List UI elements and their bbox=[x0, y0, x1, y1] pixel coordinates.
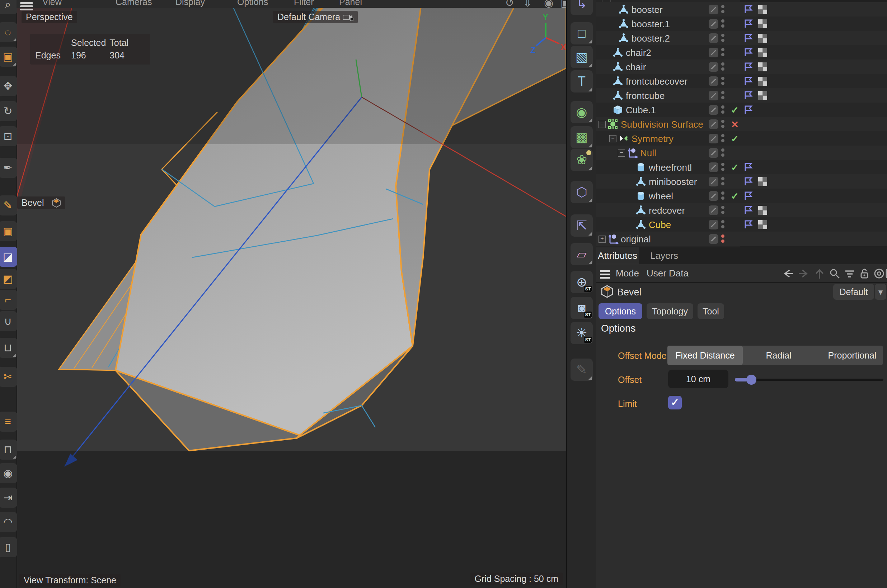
pen-tool[interactable]: ✒ bbox=[0, 158, 17, 178]
edit-toggle-icon[interactable] bbox=[709, 134, 719, 143]
object-row-minibooster[interactable]: minibooster bbox=[596, 174, 887, 189]
object-name[interactable]: original bbox=[621, 234, 651, 245]
edit-toggle-icon[interactable] bbox=[709, 119, 719, 129]
visibility-render-dot[interactable] bbox=[721, 68, 725, 70]
offset-mode-fixed-distance[interactable]: Fixed Distance bbox=[668, 346, 743, 365]
knife-tool[interactable]: ✂ bbox=[0, 367, 17, 387]
object-name[interactable]: redcover bbox=[649, 205, 685, 216]
weld-tool[interactable]: ◉ bbox=[0, 463, 17, 483]
frame-down-icon[interactable]: ⇩ bbox=[523, 0, 532, 8]
phong-tag-icon[interactable] bbox=[743, 62, 753, 72]
offset-mode-proportional[interactable]: Proportional bbox=[822, 346, 883, 365]
object-name[interactable]: wheel bbox=[649, 191, 673, 202]
object-name[interactable]: chair bbox=[626, 62, 646, 73]
preset-default-button[interactable]: Default bbox=[833, 284, 874, 300]
object-row-null[interactable]: −Null bbox=[596, 146, 887, 160]
collapse-toggle[interactable]: − bbox=[609, 135, 616, 142]
edit-toggle-icon[interactable] bbox=[709, 91, 719, 100]
reset-view-icon[interactable]: ↺ bbox=[505, 0, 514, 8]
phong-tag-icon[interactable] bbox=[743, 76, 753, 86]
visibility-render-dot[interactable] bbox=[721, 139, 725, 142]
object-row-chair[interactable]: chair bbox=[596, 60, 887, 74]
edit-toggle-icon[interactable] bbox=[709, 62, 719, 72]
expand-toggle[interactable]: + bbox=[598, 236, 606, 243]
visibility-editor-dot[interactable] bbox=[721, 206, 725, 209]
viewport-menu-icon[interactable] bbox=[20, 1, 33, 12]
visibility-render-dot[interactable] bbox=[721, 82, 725, 85]
tab-attributes[interactable]: Attributes bbox=[596, 248, 639, 264]
edit-toggle-icon[interactable] bbox=[709, 76, 719, 86]
visibility-render-dot[interactable] bbox=[721, 96, 725, 99]
offset-slider[interactable] bbox=[735, 378, 883, 381]
extrude-tool[interactable]: ◩ bbox=[0, 269, 17, 289]
forward-icon[interactable] bbox=[798, 268, 809, 279]
visibility-render-dot[interactable] bbox=[721, 39, 725, 42]
phong-tag-icon[interactable] bbox=[743, 19, 753, 28]
visibility-editor-dot[interactable] bbox=[721, 77, 725, 80]
object-row-chair2[interactable]: chair2 bbox=[596, 45, 887, 60]
collapse-toggle[interactable]: − bbox=[598, 121, 606, 128]
bevel-tool[interactable]: ◪ bbox=[0, 247, 17, 267]
edit-toggle-icon[interactable] bbox=[709, 4, 719, 14]
visibility-editor-dot[interactable] bbox=[721, 192, 725, 195]
offset-mode-radial[interactable]: Radial bbox=[753, 346, 804, 365]
add-volume-builder[interactable]: ▩ bbox=[571, 126, 593, 148]
object-name[interactable]: booster.2 bbox=[631, 33, 670, 44]
menu-filter[interactable]: Filter bbox=[294, 0, 314, 7]
object-row-subdivision-surface[interactable]: −Subdivision Surface✕ bbox=[596, 117, 887, 131]
edit-toggle-icon[interactable] bbox=[709, 220, 719, 230]
visibility-render-dot[interactable] bbox=[721, 182, 725, 185]
add-sky-object[interactable]: ⊕ST bbox=[571, 271, 593, 293]
extrude-inner-tool[interactable]: ⊔ bbox=[0, 338, 17, 358]
search-icon[interactable] bbox=[829, 268, 840, 279]
add-light-object[interactable]: ☀ST bbox=[571, 322, 593, 344]
phong-tag-icon[interactable] bbox=[743, 177, 753, 186]
visibility-render-dot[interactable] bbox=[721, 24, 725, 28]
visibility-editor-dot[interactable] bbox=[721, 20, 725, 22]
add-camera-object[interactable]: ◙ST bbox=[571, 297, 593, 319]
object-row-redcover[interactable]: redcover bbox=[596, 203, 887, 217]
tab-topology[interactable]: Topology bbox=[646, 303, 693, 319]
object-row-frontcube[interactable]: frontcube bbox=[596, 88, 887, 102]
offset-slider-track[interactable] bbox=[735, 379, 883, 381]
object-name[interactable]: chair2 bbox=[626, 47, 651, 58]
visibility-editor-dot[interactable] bbox=[721, 120, 725, 123]
up-icon[interactable] bbox=[814, 268, 825, 279]
visibility-editor-dot[interactable] bbox=[721, 163, 725, 166]
object-name[interactable]: Cube.1 bbox=[626, 105, 656, 116]
object-name[interactable]: minibooster bbox=[649, 176, 697, 188]
visibility-render-dot[interactable] bbox=[721, 211, 725, 214]
offset-slider-handle[interactable] bbox=[746, 375, 756, 385]
texture-tag-icon[interactable] bbox=[758, 4, 768, 14]
visibility-editor-dot[interactable] bbox=[721, 177, 725, 180]
texture-tag-icon[interactable] bbox=[758, 48, 768, 57]
object-name[interactable]: Null bbox=[640, 148, 656, 159]
phong-tag-icon[interactable] bbox=[743, 48, 753, 57]
tab-tool[interactable]: Tool bbox=[698, 303, 724, 319]
enabled-check-icon[interactable]: ✓ bbox=[731, 105, 740, 115]
record-view-icon[interactable]: ◉ bbox=[544, 0, 553, 8]
add-spline-object[interactable]: □ bbox=[571, 22, 593, 45]
object-row-booster-2[interactable]: booster.2 bbox=[596, 31, 887, 45]
tab-options[interactable]: Options bbox=[598, 303, 642, 319]
phong-tag-icon[interactable] bbox=[743, 105, 753, 115]
phong-tag-icon[interactable] bbox=[743, 206, 753, 215]
panel-layout-icon[interactable]: ▣ bbox=[561, 0, 566, 8]
texture-tag-icon[interactable] bbox=[758, 220, 768, 230]
scale-tool[interactable]: ⊡ bbox=[0, 126, 17, 146]
phong-tag-icon[interactable] bbox=[743, 91, 753, 100]
visibility-render-dot[interactable] bbox=[721, 153, 725, 157]
slide-tool[interactable]: ⇥ bbox=[0, 488, 17, 508]
edit-toggle-icon[interactable] bbox=[709, 162, 719, 172]
object-row-original[interactable]: +original bbox=[596, 232, 887, 246]
magnet-tool[interactable]: ∪ bbox=[0, 311, 17, 331]
edit-toggle-icon[interactable] bbox=[709, 234, 719, 244]
object-row-frontcubecover[interactable]: frontcubecover bbox=[596, 74, 887, 88]
bridge-tool[interactable]: ⊓ bbox=[0, 440, 17, 460]
stitch-sew-tool[interactable]: ▯ bbox=[0, 537, 17, 557]
texture-tag-icon[interactable] bbox=[758, 206, 768, 215]
back-icon[interactable] bbox=[782, 268, 794, 279]
visibility-render-dot[interactable] bbox=[721, 225, 725, 228]
menu-display[interactable]: Display bbox=[176, 0, 205, 7]
mode-menu[interactable]: Mode bbox=[616, 268, 639, 279]
